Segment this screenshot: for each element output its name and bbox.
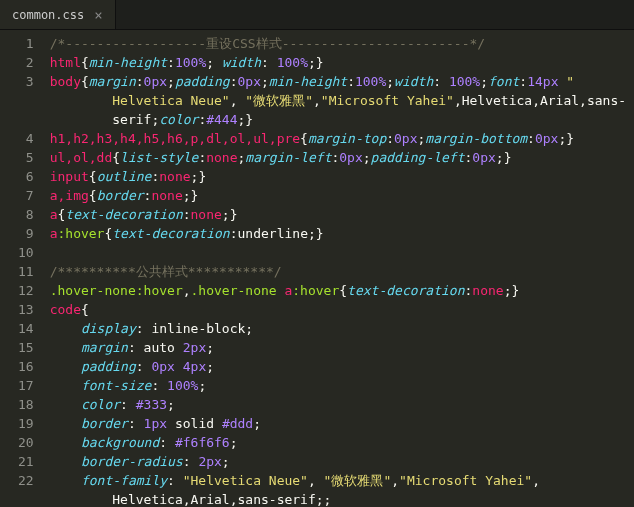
- code-area[interactable]: /*------------------重设CSS样式-------------…: [44, 30, 632, 507]
- tab-filename: common.css: [12, 8, 84, 22]
- close-icon[interactable]: ×: [94, 7, 102, 23]
- tab-bar: common.css ×: [0, 0, 634, 30]
- editor: 123 45678910111213141516171819202122 23 …: [0, 30, 634, 507]
- tab-common-css[interactable]: common.css ×: [0, 0, 116, 29]
- line-gutter: 123 45678910111213141516171819202122 23: [0, 30, 44, 507]
